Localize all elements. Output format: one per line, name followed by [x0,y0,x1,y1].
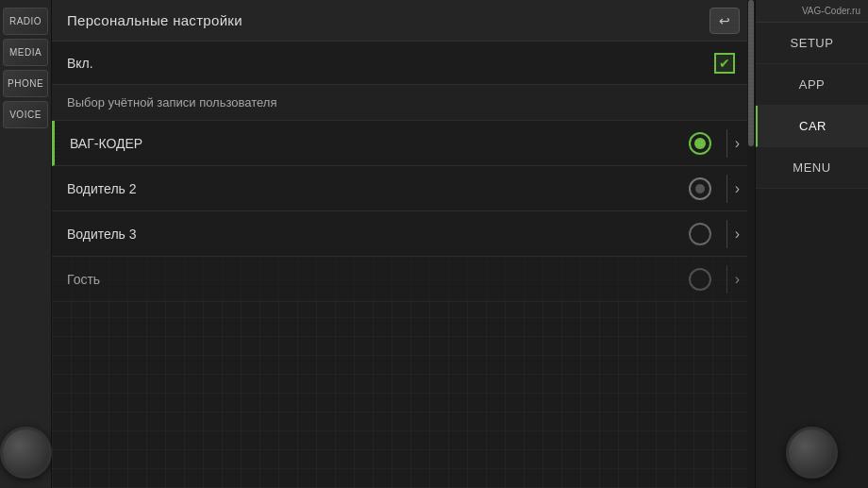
right-knob-area [756,189,868,488]
chevron-0: › [735,135,740,152]
logo-area: VAG-Coder.ru [756,0,868,23]
car-button[interactable]: CAR [756,106,868,147]
left-knob[interactable] [0,427,52,479]
media-button[interactable]: MEDIA [3,39,48,66]
user-0-controls: › [689,129,740,158]
radio-icon-1[interactable] [689,177,711,200]
content-area: Вкл. ✔ Выбор учётной записи пользователя… [52,42,755,488]
section-header-row: Выбор учётной записи пользователя [52,85,755,121]
user-2-controls: › [689,220,740,248]
user-3-controls: › [689,265,740,294]
menu-button[interactable]: MENU [756,147,868,189]
scrollbar-thumb[interactable] [748,42,754,146]
user-1-controls: › [689,175,740,203]
separator-2 [726,220,727,248]
user-row-0[interactable]: ВАГ-КОДЕР › [52,121,755,166]
left-panel: RADIO MEDIA PHONE VOICE [0,0,52,488]
vkl-checkbox[interactable]: ✔ [709,48,740,78]
right-knob[interactable] [786,427,838,479]
screen-title: Персональные настройки [67,12,242,28]
user-row-3[interactable]: Гость › [52,257,755,302]
vkl-label: Вкл. [67,56,709,71]
separator-1 [726,175,727,203]
voice-button[interactable]: VOICE [3,101,48,128]
vkl-row[interactable]: Вкл. ✔ [52,42,755,85]
app-button[interactable]: APP [756,64,868,106]
user-row-2[interactable]: Водитель 3 › [52,211,755,257]
setup-button[interactable]: SETUP [756,23,868,64]
user-name-3: Гость [67,272,689,287]
checkbox-icon: ✔ [714,53,735,74]
user-name-0: ВАГ-КОДЕР [70,136,689,151]
logo-text: VAG-Coder.ru [802,6,860,16]
top-bar: Персональные настройки ↩ [52,0,755,42]
radio-icon-3[interactable] [689,268,711,291]
scrollbar-track [747,42,755,488]
separator-0 [726,129,727,158]
user-row-1[interactable]: Водитель 2 › [52,166,755,211]
main-screen: Персональные настройки ↩ Вкл. ✔ Выбор уч… [52,0,755,488]
back-button[interactable]: ↩ [709,8,740,34]
section-header-label: Выбор учётной записи пользователя [67,95,740,109]
right-panel: VAG-Coder.ru SETUP APP CAR MENU [755,0,868,488]
vkl-controls: ✔ [709,48,740,78]
radio-button[interactable]: RADIO [3,8,48,35]
user-name-2: Водитель 3 [67,227,689,242]
phone-button[interactable]: PHONE [3,70,48,97]
user-name-1: Водитель 2 [67,181,689,196]
chevron-3: › [735,271,740,288]
radio-icon-0[interactable] [689,132,711,155]
separator-3 [726,265,727,294]
left-knob-area [0,128,52,488]
radio-icon-2[interactable] [689,223,711,245]
chevron-1: › [735,180,740,197]
chevron-2: › [735,226,740,243]
